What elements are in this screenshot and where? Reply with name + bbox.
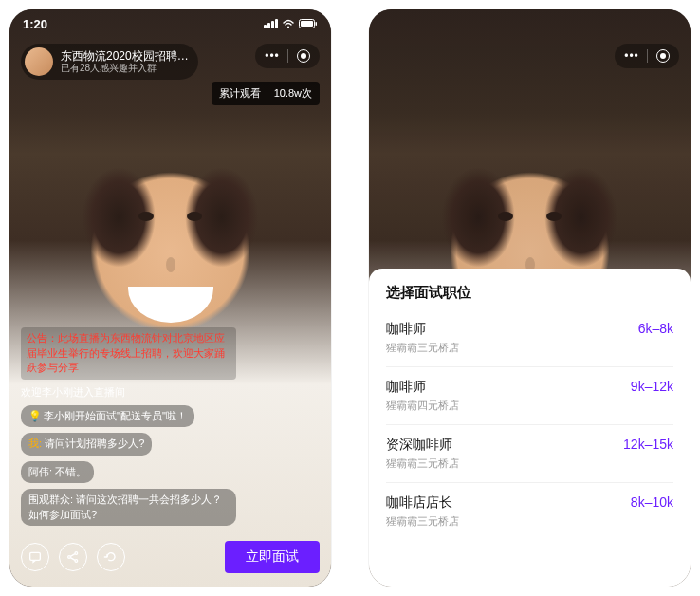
comment-interview-start: 💡李小刚开始面试"配送专员"啦！ <box>21 405 236 427</box>
svg-point-6 <box>75 552 78 555</box>
view-count-value: 10.8w次 <box>274 86 312 101</box>
chat-icon <box>28 549 43 565</box>
job-salary: 9k–12k <box>631 379 673 394</box>
comment-self: 我: 请问计划招聘多少人? <box>21 433 236 455</box>
job-store: 猩霸霸四元桥店 <box>386 399 459 413</box>
job-name: 咖啡店店长 <box>386 494 459 512</box>
wifi-icon <box>282 19 295 28</box>
stream-subtitle: 已有28人感兴趣并入群 <box>61 63 189 74</box>
job-salary: 6k–8k <box>638 321 673 336</box>
job-store: 猩霸霸三元桥店 <box>386 514 459 529</box>
comment-feed[interactable]: 公告：此场直播为东西物流针对北京地区应届毕业生举行的专场线上招聘，欢迎大家踊跃参… <box>21 327 236 526</box>
streamer-avatar <box>25 47 53 76</box>
comment-user-b: 围观群众: 请问这次招聘一共会招多少人？如何参加面试? <box>21 489 236 526</box>
job-row[interactable]: 资深咖啡师 猩霸霸三元桥店 12k–15k <box>386 425 673 483</box>
share-icon <box>65 549 81 565</box>
battery-icon <box>299 19 318 28</box>
interview-now-button[interactable]: 立即面试 <box>225 541 320 573</box>
job-salary: 12k–15k <box>623 437 673 452</box>
svg-rect-3 <box>316 22 318 26</box>
refresh-button[interactable] <box>97 543 125 571</box>
svg-point-7 <box>75 560 78 563</box>
view-count-label: 累计观看 <box>219 86 261 101</box>
sheet-title: 选择面试职位 <box>386 284 673 302</box>
phone-livestream: 1:20 东西物流2020校园招聘… 已有28人感兴趣并入群 ••• 累计观看 … <box>9 9 331 587</box>
comment-button[interactable] <box>21 543 49 571</box>
status-time: 1:20 <box>23 17 47 31</box>
stream-info-card[interactable]: 东西物流2020校园招聘… 已有28人感兴趣并入群 <box>21 44 198 80</box>
stream-title: 东西物流2020校园招聘… <box>61 49 189 63</box>
job-name: 资深咖啡师 <box>386 437 459 454</box>
job-name: 咖啡师 <box>386 379 459 396</box>
cellular-icon <box>264 19 278 28</box>
svg-rect-4 <box>30 552 41 560</box>
comment-user-a: 阿伟: 不错。 <box>21 461 236 483</box>
bottom-toolbar: 立即面试 <box>21 541 320 573</box>
phone-job-sheet: ••• 选择面试职位 咖啡师 猩霸霸三元桥店 6k–8k 咖啡师 猩霸霸四元桥店… <box>369 9 691 587</box>
close-icon[interactable] <box>656 49 670 63</box>
miniprogram-menu[interactable]: ••• <box>615 44 679 68</box>
job-salary: 8k–10k <box>631 494 673 510</box>
job-store: 猩霸霸三元桥店 <box>386 456 459 471</box>
miniprogram-menu[interactable]: ••• <box>255 44 320 68</box>
comment-enter: 欢迎李小刚进入直播间 <box>21 385 236 400</box>
job-row[interactable]: 咖啡师 猩霸霸四元桥店 9k–12k <box>386 367 673 425</box>
share-button[interactable] <box>59 543 87 571</box>
job-selection-sheet: 选择面试职位 咖啡师 猩霸霸三元桥店 6k–8k 咖啡师 猩霸霸四元桥店 9k–… <box>369 269 691 587</box>
job-row[interactable]: 咖啡店店长 猩霸霸三元桥店 8k–10k <box>386 483 673 540</box>
svg-point-5 <box>68 556 71 559</box>
refresh-icon <box>103 549 119 565</box>
job-name: 咖啡师 <box>386 321 459 338</box>
job-store: 猩霸霸三元桥店 <box>386 341 459 355</box>
svg-point-0 <box>287 27 289 28</box>
status-indicators <box>264 19 318 28</box>
more-icon[interactable]: ••• <box>265 50 280 62</box>
job-row[interactable]: 咖啡师 猩霸霸三元桥店 6k–8k <box>386 309 673 367</box>
announcement: 公告：此场直播为东西物流针对北京地区应届毕业生举行的专场线上招聘，欢迎大家踊跃参… <box>21 327 236 379</box>
status-bar: 1:20 <box>9 9 331 38</box>
view-count-badge: 累计观看 10.8w次 <box>212 82 320 105</box>
close-icon[interactable] <box>297 49 310 63</box>
svg-rect-2 <box>301 21 313 27</box>
more-icon[interactable]: ••• <box>624 50 639 62</box>
